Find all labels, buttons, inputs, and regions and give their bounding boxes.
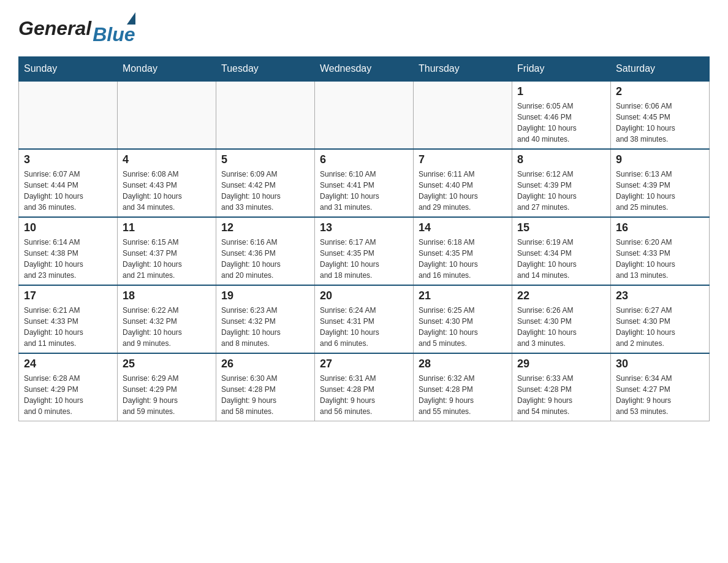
- day-cell: 29Sunrise: 6:33 AM Sunset: 4:28 PM Dayli…: [512, 353, 611, 421]
- day-info: Sunrise: 6:20 AM Sunset: 4:33 PM Dayligh…: [616, 237, 704, 281]
- day-cell: 3Sunrise: 6:07 AM Sunset: 4:44 PM Daylig…: [19, 149, 118, 217]
- day-info: Sunrise: 6:22 AM Sunset: 4:32 PM Dayligh…: [123, 305, 211, 349]
- day-info: Sunrise: 6:25 AM Sunset: 4:30 PM Dayligh…: [419, 305, 507, 349]
- weekday-header-tuesday: Tuesday: [216, 57, 315, 82]
- day-info: Sunrise: 6:21 AM Sunset: 4:33 PM Dayligh…: [24, 305, 112, 349]
- logo-blue-text: Blue: [93, 25, 135, 44]
- day-cell: 25Sunrise: 6:29 AM Sunset: 4:29 PM Dayli…: [118, 353, 216, 421]
- day-info: Sunrise: 6:17 AM Sunset: 4:35 PM Dayligh…: [320, 237, 408, 281]
- day-number: 25: [123, 358, 211, 370]
- day-cell: [315, 81, 414, 149]
- day-info: Sunrise: 6:29 AM Sunset: 4:29 PM Dayligh…: [123, 373, 211, 417]
- day-cell: 12Sunrise: 6:16 AM Sunset: 4:36 PM Dayli…: [216, 217, 315, 285]
- day-info: Sunrise: 6:10 AM Sunset: 4:41 PM Dayligh…: [320, 169, 408, 213]
- day-info: Sunrise: 6:24 AM Sunset: 4:31 PM Dayligh…: [320, 305, 408, 349]
- day-info: Sunrise: 6:15 AM Sunset: 4:37 PM Dayligh…: [123, 237, 211, 281]
- day-number: 17: [24, 289, 112, 302]
- day-info: Sunrise: 6:30 AM Sunset: 4:28 PM Dayligh…: [221, 373, 309, 417]
- day-number: 6: [320, 153, 408, 166]
- weekday-header-saturday: Saturday: [611, 57, 710, 82]
- day-number: 11: [123, 221, 211, 234]
- day-cell: [216, 81, 315, 149]
- day-info: Sunrise: 6:09 AM Sunset: 4:42 PM Dayligh…: [221, 169, 309, 213]
- day-info: Sunrise: 6:28 AM Sunset: 4:29 PM Dayligh…: [24, 373, 112, 417]
- day-info: Sunrise: 6:13 AM Sunset: 4:39 PM Dayligh…: [616, 169, 704, 213]
- day-cell: 7Sunrise: 6:11 AM Sunset: 4:40 PM Daylig…: [414, 149, 512, 217]
- day-number: 28: [419, 358, 507, 370]
- day-info: Sunrise: 6:18 AM Sunset: 4:35 PM Dayligh…: [419, 237, 507, 281]
- day-cell: 28Sunrise: 6:32 AM Sunset: 4:28 PM Dayli…: [414, 353, 512, 421]
- day-number: 16: [616, 221, 704, 234]
- day-cell: 24Sunrise: 6:28 AM Sunset: 4:29 PM Dayli…: [19, 353, 118, 421]
- logo-arrow-icon: [127, 12, 135, 25]
- week-row-5: 24Sunrise: 6:28 AM Sunset: 4:29 PM Dayli…: [19, 353, 710, 421]
- day-cell: [19, 81, 118, 149]
- week-row-1: 1Sunrise: 6:05 AM Sunset: 4:46 PM Daylig…: [19, 81, 710, 149]
- day-cell: 16Sunrise: 6:20 AM Sunset: 4:33 PM Dayli…: [611, 217, 710, 285]
- day-number: 18: [123, 289, 211, 302]
- day-info: Sunrise: 6:34 AM Sunset: 4:27 PM Dayligh…: [616, 373, 704, 417]
- day-cell: 23Sunrise: 6:27 AM Sunset: 4:30 PM Dayli…: [611, 285, 710, 353]
- day-info: Sunrise: 6:27 AM Sunset: 4:30 PM Dayligh…: [616, 305, 704, 349]
- day-number: 3: [24, 153, 112, 166]
- day-number: 23: [616, 289, 704, 302]
- day-number: 13: [320, 221, 408, 234]
- day-number: 9: [616, 153, 704, 166]
- day-number: 7: [419, 153, 507, 166]
- day-cell: 11Sunrise: 6:15 AM Sunset: 4:37 PM Dayli…: [118, 217, 216, 285]
- day-number: 10: [24, 221, 112, 234]
- day-cell: 17Sunrise: 6:21 AM Sunset: 4:33 PM Dayli…: [19, 285, 118, 353]
- day-info: Sunrise: 6:23 AM Sunset: 4:32 PM Dayligh…: [221, 305, 309, 349]
- day-cell: 4Sunrise: 6:08 AM Sunset: 4:43 PM Daylig…: [118, 149, 216, 217]
- day-number: 1: [517, 85, 605, 98]
- weekday-header-row: SundayMondayTuesdayWednesdayThursdayFrid…: [19, 57, 710, 82]
- week-row-3: 10Sunrise: 6:14 AM Sunset: 4:38 PM Dayli…: [19, 217, 710, 285]
- day-number: 20: [320, 289, 408, 302]
- day-info: Sunrise: 6:06 AM Sunset: 4:45 PM Dayligh…: [616, 101, 704, 145]
- day-info: Sunrise: 6:12 AM Sunset: 4:39 PM Dayligh…: [517, 169, 605, 213]
- day-cell: 1Sunrise: 6:05 AM Sunset: 4:46 PM Daylig…: [512, 81, 611, 149]
- day-number: 27: [320, 358, 408, 370]
- day-number: 2: [616, 85, 704, 98]
- week-row-4: 17Sunrise: 6:21 AM Sunset: 4:33 PM Dayli…: [19, 285, 710, 353]
- calendar-table: SundayMondayTuesdayWednesdayThursdayFrid…: [18, 56, 710, 421]
- day-cell: 15Sunrise: 6:19 AM Sunset: 4:34 PM Dayli…: [512, 217, 611, 285]
- day-number: 24: [24, 358, 112, 370]
- day-cell: 14Sunrise: 6:18 AM Sunset: 4:35 PM Dayli…: [414, 217, 512, 285]
- day-info: Sunrise: 6:16 AM Sunset: 4:36 PM Dayligh…: [221, 237, 309, 281]
- day-number: 15: [517, 221, 605, 234]
- day-cell: 9Sunrise: 6:13 AM Sunset: 4:39 PM Daylig…: [611, 149, 710, 217]
- day-number: 4: [123, 153, 211, 166]
- logo: General Blue: [18, 12, 135, 44]
- logo-general-text: General: [18, 17, 91, 40]
- day-info: Sunrise: 6:31 AM Sunset: 4:28 PM Dayligh…: [320, 373, 408, 417]
- day-info: Sunrise: 6:07 AM Sunset: 4:44 PM Dayligh…: [24, 169, 112, 213]
- day-number: 30: [616, 358, 704, 370]
- day-cell: 26Sunrise: 6:30 AM Sunset: 4:28 PM Dayli…: [216, 353, 315, 421]
- day-number: 14: [419, 221, 507, 234]
- week-row-2: 3Sunrise: 6:07 AM Sunset: 4:44 PM Daylig…: [19, 149, 710, 217]
- day-info: Sunrise: 6:33 AM Sunset: 4:28 PM Dayligh…: [517, 373, 605, 417]
- day-cell: 18Sunrise: 6:22 AM Sunset: 4:32 PM Dayli…: [118, 285, 216, 353]
- day-number: 19: [221, 289, 309, 302]
- day-number: 26: [221, 358, 309, 370]
- day-cell: [414, 81, 512, 149]
- day-number: 29: [517, 358, 605, 370]
- weekday-header-wednesday: Wednesday: [315, 57, 414, 82]
- day-cell: 20Sunrise: 6:24 AM Sunset: 4:31 PM Dayli…: [315, 285, 414, 353]
- day-info: Sunrise: 6:19 AM Sunset: 4:34 PM Dayligh…: [517, 237, 605, 281]
- day-info: Sunrise: 6:32 AM Sunset: 4:28 PM Dayligh…: [419, 373, 507, 417]
- day-info: Sunrise: 6:26 AM Sunset: 4:30 PM Dayligh…: [517, 305, 605, 349]
- day-info: Sunrise: 6:11 AM Sunset: 4:40 PM Dayligh…: [419, 169, 507, 213]
- day-number: 22: [517, 289, 605, 302]
- weekday-header-friday: Friday: [512, 57, 611, 82]
- day-info: Sunrise: 6:05 AM Sunset: 4:46 PM Dayligh…: [517, 101, 605, 145]
- day-info: Sunrise: 6:08 AM Sunset: 4:43 PM Dayligh…: [123, 169, 211, 213]
- weekday-header-monday: Monday: [118, 57, 216, 82]
- page-header: General Blue: [18, 12, 710, 44]
- day-cell: [118, 81, 216, 149]
- weekday-header-thursday: Thursday: [414, 57, 512, 82]
- day-cell: 22Sunrise: 6:26 AM Sunset: 4:30 PM Dayli…: [512, 285, 611, 353]
- day-info: Sunrise: 6:14 AM Sunset: 4:38 PM Dayligh…: [24, 237, 112, 281]
- day-number: 8: [517, 153, 605, 166]
